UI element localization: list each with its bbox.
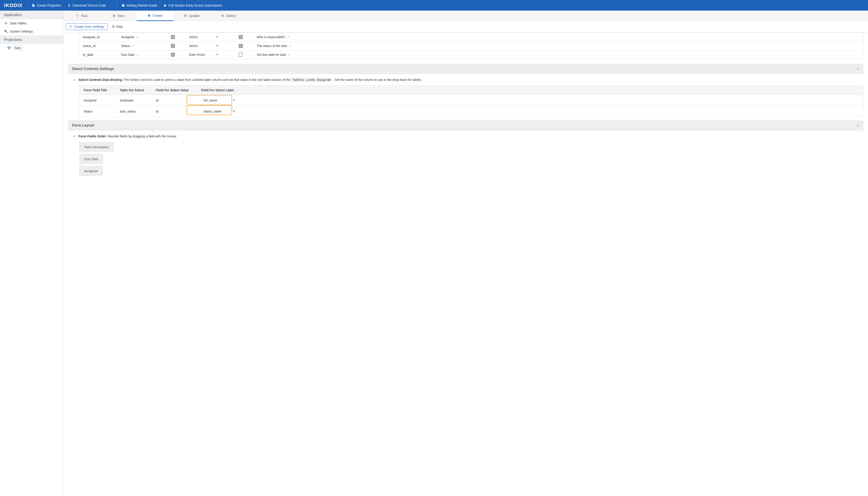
checkbox[interactable] — [239, 35, 243, 39]
chevron-up-icon — [856, 67, 859, 71]
sc-row: Status task_status id status_name — [80, 106, 863, 117]
field-row: to_date Due Date Date Picker Set due dat… — [80, 50, 863, 59]
panel-select-controls[interactable]: Select Controls Settings — [68, 64, 864, 74]
chevron-up-icon — [856, 124, 859, 127]
check-icon — [73, 135, 76, 138]
check-icon — [73, 78, 76, 81]
sc-label-select[interactable]: status_name — [201, 108, 237, 114]
form-layout-info: Form Fields Order: Reorder fields by dra… — [68, 130, 864, 142]
sidebar-item-data-tables[interactable]: Data Tables — [0, 19, 63, 27]
sc-value-field: id — [156, 110, 201, 113]
field-title-cell: Assignee — [121, 35, 171, 39]
caret-down-icon — [216, 54, 218, 56]
hierarchy-icon — [7, 46, 11, 50]
field-hint-cell: Set due date for task — [257, 53, 860, 57]
checkbox[interactable] — [171, 44, 175, 48]
field-row: assignee_id Assignee Select Who is respo… — [80, 33, 863, 41]
list-icon — [4, 21, 8, 25]
sc-value-field: id — [156, 98, 201, 102]
sc-header-row: Form Field Title Table For Select Field … — [80, 86, 863, 95]
sc-title: Status — [84, 110, 120, 113]
create-projection-link[interactable]: Create Projection — [32, 4, 61, 7]
control-type-select[interactable]: Date Picker — [189, 53, 218, 57]
control-type-select[interactable]: Select — [189, 35, 218, 39]
code-chip: Tables Links Diagram — [291, 78, 332, 82]
help-circle-icon — [122, 4, 125, 7]
pencil-icon[interactable] — [136, 36, 139, 38]
select-controls-info: Select Controls Data Binding: The Select… — [68, 74, 864, 86]
projection-item-task[interactable]: ⋮⋮ Task — [0, 44, 63, 52]
svg-rect-4 — [78, 14, 79, 15]
form-fields-table: assignee_id Assignee Select Who is respo… — [79, 33, 864, 59]
sidebar: Application Data Tables System Settings … — [0, 11, 63, 496]
pencil-icon[interactable] — [132, 45, 135, 47]
svg-rect-2 — [9, 48, 10, 49]
field-name-cell: to_date — [83, 53, 121, 57]
caret-down-icon — [216, 45, 218, 47]
field-title-cell: Status — [121, 44, 171, 48]
hierarchy-icon — [76, 14, 79, 17]
main-area: Task View Create Update Delete — [63, 11, 868, 496]
tab-task[interactable]: Task — [63, 11, 100, 21]
checkbox[interactable] — [171, 53, 175, 57]
drag-handle-icon[interactable]: ⋮⋮ — [2, 47, 6, 49]
field-name-cell: assignee_id — [83, 35, 121, 39]
layout-chip[interactable]: Assignee — [79, 166, 103, 176]
pencil-icon[interactable] — [288, 53, 291, 56]
field-row: status_id Status Select The status of th… — [80, 41, 863, 50]
sc-label-select[interactable]: full_name — [201, 97, 237, 104]
pencil-icon[interactable] — [136, 53, 139, 56]
create-form-settings-button[interactable]: Create Form Settings — [66, 23, 108, 30]
gear-icon — [112, 14, 115, 17]
svg-rect-3 — [76, 14, 77, 15]
logo: IKODIX — [4, 2, 22, 9]
layout-chip[interactable]: Due Date — [79, 154, 103, 164]
layout-chip[interactable]: Task Description — [79, 142, 114, 152]
projection-chip[interactable]: Task — [12, 45, 23, 50]
pencil-icon[interactable] — [287, 36, 290, 38]
svg-rect-0 — [8, 47, 9, 47]
tab-update[interactable]: Update — [173, 11, 210, 21]
sc-title: Assignee — [84, 98, 120, 102]
file-plus-icon — [32, 4, 35, 7]
pencil-icon[interactable] — [289, 45, 292, 47]
panel-form-layout[interactable]: Form Layout — [68, 120, 864, 130]
subscription-link[interactable]: Full Version Early Access Subscription — [164, 4, 222, 7]
checkbox[interactable] — [239, 53, 243, 57]
content-scroll[interactable]: assignee_id Assignee Select Who is respo… — [63, 33, 868, 496]
sc-table-name: task_status — [120, 110, 156, 113]
field-name-cell: status_id — [83, 44, 121, 48]
checkbox[interactable] — [171, 35, 175, 39]
tab-delete[interactable]: Delete — [210, 11, 247, 21]
tabs-bar: Task View Create Update Delete — [63, 11, 868, 21]
svg-rect-1 — [10, 47, 11, 47]
caret-down-icon — [216, 36, 218, 38]
svg-rect-5 — [77, 16, 78, 17]
checkbox[interactable] — [239, 44, 243, 48]
tab-view[interactable]: View — [100, 11, 137, 21]
tab-create[interactable]: Create — [137, 11, 173, 21]
sidebar-section-application: Application — [0, 11, 63, 19]
getting-started-link[interactable]: Getting Started Guide — [122, 4, 157, 7]
sc-table-name: employee — [120, 98, 156, 102]
gear-icon — [221, 14, 224, 17]
download-source-link[interactable]: Download Source Code — [67, 4, 106, 7]
field-hint-cell: Who is responsible? — [257, 35, 860, 39]
download-icon — [67, 4, 71, 7]
header-divider — [117, 3, 117, 8]
select-controls-table: Form Field Title Table For Select Field … — [79, 86, 864, 117]
gear-icon — [148, 14, 151, 17]
field-title-cell: Due Date — [121, 53, 171, 57]
sc-row: Assignee employee id full_name — [80, 95, 863, 106]
gear-icon — [184, 14, 187, 17]
help-button[interactable]: Help — [112, 25, 123, 29]
caret-down-icon — [233, 100, 235, 101]
sidebar-section-projections: Projections — [0, 35, 63, 44]
control-type-select[interactable]: Select — [189, 44, 218, 48]
form-layout-list: Task DescriptionDue DateAssignee — [68, 142, 864, 178]
app-header: IKODIX Create Projection Download Source… — [0, 0, 868, 11]
bell-icon — [164, 4, 167, 7]
wrench-icon — [4, 30, 8, 33]
caret-down-icon — [233, 111, 235, 112]
sidebar-item-system-settings[interactable]: System Settings — [0, 27, 63, 35]
